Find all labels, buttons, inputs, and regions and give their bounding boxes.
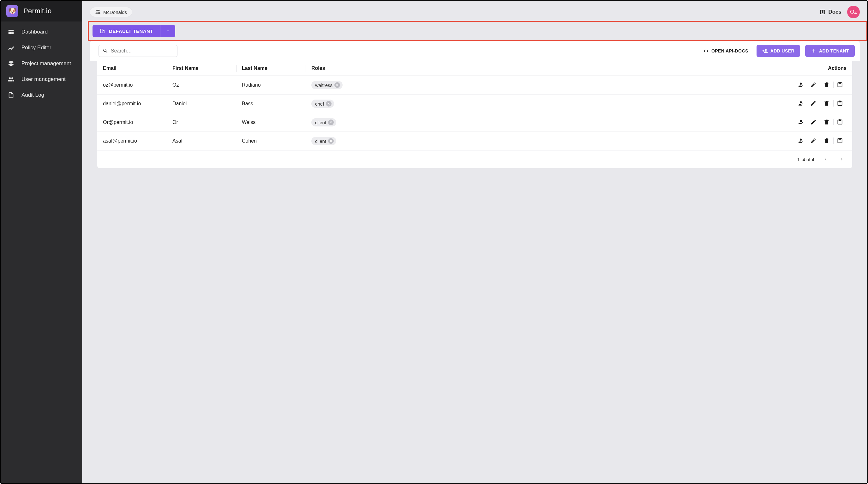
close-icon (336, 83, 339, 87)
sidebar-item-label: Project management (22, 60, 71, 67)
caret-down-icon (166, 29, 170, 33)
tenant-label: DEFAULT TENANT (109, 28, 153, 34)
close-icon (327, 102, 330, 105)
remove-role-button[interactable] (326, 101, 332, 107)
table-row: Or@permit.io Or Weiss client (97, 113, 852, 132)
copy-user-button[interactable] (833, 137, 846, 144)
bank-icon (95, 9, 101, 15)
role-label: waitress (315, 83, 333, 88)
avatar[interactable]: Oz (847, 6, 860, 18)
pagination-prev-button[interactable] (821, 155, 830, 164)
plus-icon (811, 48, 816, 54)
copy-user-button[interactable] (833, 118, 846, 126)
docs-link[interactable]: Docs (819, 9, 841, 15)
sidebar-header: 🐶 Permit.io (1, 1, 82, 22)
delete-user-button[interactable] (820, 118, 833, 126)
table-footer: 1–4 of 4 (97, 150, 852, 168)
delete-user-button[interactable] (820, 137, 833, 144)
search-icon (103, 48, 108, 54)
chevron-left-icon (823, 157, 828, 162)
cell-last-name: Radiano (236, 76, 306, 94)
users-table-card: Email First Name Last Name Roles Actions… (97, 61, 852, 168)
edit-user-button[interactable] (807, 99, 820, 107)
cell-first-name: Or (167, 113, 236, 132)
open-api-docs-button[interactable]: OPEN API-DOCS (700, 46, 751, 56)
code-icon (703, 48, 709, 54)
copy-user-button[interactable] (833, 99, 846, 107)
role-chip[interactable]: client (311, 118, 336, 126)
main-area: McDonalds Docs Oz DEFAULT TENANT (82, 1, 867, 483)
sidebar-item-label: User management (22, 76, 66, 83)
search-input[interactable] (111, 48, 173, 54)
remove-role-button[interactable] (328, 119, 334, 125)
role-label: client (315, 120, 326, 125)
add-user-label: ADD USER (770, 48, 795, 53)
cell-roles: waitress (306, 76, 786, 94)
col-header-roles[interactable]: Roles (306, 61, 786, 76)
remove-role-button[interactable] (328, 138, 334, 144)
cell-actions (786, 76, 852, 94)
policy-icon (7, 44, 14, 51)
topbar: McDonalds Docs Oz (82, 1, 867, 18)
cell-first-name: Asaf (167, 132, 236, 150)
context-label: McDonalds (103, 9, 127, 15)
col-header-email[interactable]: Email (97, 61, 167, 76)
users-icon (7, 76, 14, 83)
cell-first-name: Oz (167, 76, 236, 94)
docs-label: Docs (828, 9, 841, 15)
users-table: Email First Name Last Name Roles Actions… (97, 61, 852, 150)
cell-first-name: Daniel (167, 94, 236, 113)
sidebar: 🐶 Permit.io Dashboard Policy Editor P (1, 1, 82, 483)
sidebar-item-user-management[interactable]: User management (1, 72, 82, 87)
close-icon (329, 139, 333, 143)
role-chip[interactable]: waitress (311, 81, 343, 89)
assign-role-button[interactable] (794, 137, 807, 144)
assign-role-button[interactable] (794, 99, 807, 107)
sidebar-item-project-management[interactable]: Project management (1, 56, 82, 72)
add-user-icon (762, 48, 768, 54)
role-chip[interactable]: chef (311, 99, 334, 108)
dashboard-icon (7, 28, 14, 35)
sidebar-item-label: Policy Editor (22, 45, 51, 51)
add-user-button[interactable]: ADD USER (756, 45, 800, 57)
cell-last-name: Bass (236, 94, 306, 113)
sidebar-item-label: Dashboard (22, 29, 48, 35)
delete-user-button[interactable] (820, 81, 833, 88)
role-chip[interactable]: client (311, 137, 336, 145)
col-header-first-name[interactable]: First Name (167, 61, 236, 76)
cell-actions (786, 113, 852, 132)
cell-last-name: Cohen (236, 132, 306, 150)
edit-user-button[interactable] (807, 81, 820, 88)
sidebar-item-policy-editor[interactable]: Policy Editor (1, 40, 82, 56)
search-box[interactable] (98, 45, 178, 57)
cell-email: oz@permit.io (97, 76, 167, 94)
role-label: chef (315, 101, 324, 107)
book-icon (819, 9, 826, 15)
cell-email: Or@permit.io (97, 113, 167, 132)
col-header-actions: Actions (786, 61, 852, 76)
sidebar-nav: Dashboard Policy Editor Project manageme… (1, 22, 82, 103)
context-selector[interactable]: McDonalds (90, 7, 132, 17)
cell-roles: chef (306, 94, 786, 113)
role-label: client (315, 139, 326, 144)
cell-roles: client (306, 132, 786, 150)
brand-name: Permit.io (23, 7, 52, 15)
remove-role-button[interactable] (334, 82, 340, 88)
assign-role-button[interactable] (794, 81, 807, 88)
sidebar-item-dashboard[interactable]: Dashboard (1, 24, 82, 40)
brand-logo: 🐶 (6, 5, 18, 17)
col-header-last-name[interactable]: Last Name (236, 61, 306, 76)
copy-user-button[interactable] (833, 81, 846, 88)
topbar-right: Docs Oz (819, 6, 860, 18)
edit-user-button[interactable] (807, 137, 820, 144)
edit-user-button[interactable] (807, 118, 820, 126)
cell-actions (786, 132, 852, 150)
sidebar-item-audit-log[interactable]: Audit Log (1, 87, 82, 103)
add-tenant-button[interactable]: ADD TENANT (805, 45, 855, 57)
cell-email: daniel@permit.io (97, 94, 167, 113)
delete-user-button[interactable] (820, 99, 833, 107)
pagination-next-button[interactable] (837, 155, 846, 164)
add-tenant-label: ADD TENANT (819, 48, 849, 53)
assign-role-button[interactable] (794, 118, 807, 126)
sidebar-item-label: Audit Log (22, 92, 44, 98)
